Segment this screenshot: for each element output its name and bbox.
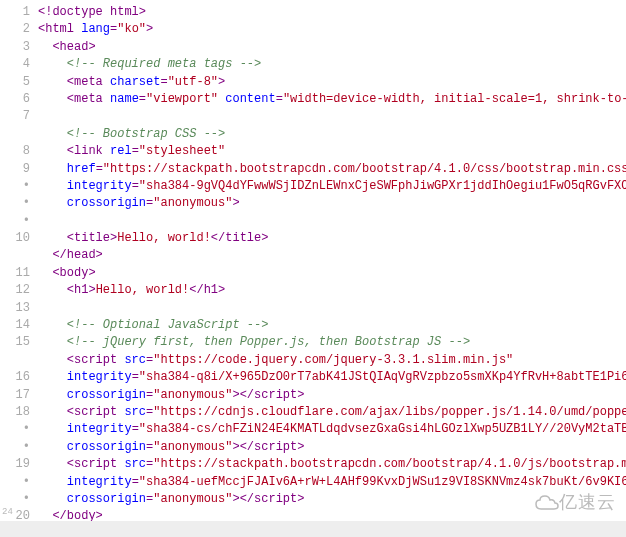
line-number: • xyxy=(0,421,30,438)
code-line: <!-- jQuery first, then Popper.js, then … xyxy=(38,334,626,351)
line-number: 11 xyxy=(0,265,30,282)
line-number xyxy=(0,247,30,264)
code-line: <body> xyxy=(38,265,626,282)
code-line xyxy=(38,108,626,125)
code-line: integrity="sha384-cs/chFZiN24E4KMATLdqdv… xyxy=(38,421,626,438)
code-line: <head> xyxy=(38,39,626,56)
code-line: <script src="https://cdnjs.cloudflare.co… xyxy=(38,404,626,421)
status-bar xyxy=(0,521,626,537)
line-number: 2 xyxy=(0,21,30,38)
code-area: <!doctype html><html lang="ko"> <head> <… xyxy=(38,4,626,537)
line-number: 17 xyxy=(0,387,30,404)
code-line: href="https://stackpath.bootstrapcdn.com… xyxy=(38,161,626,178)
code-line xyxy=(38,213,626,230)
code-line xyxy=(38,300,626,317)
cloud-icon xyxy=(535,493,559,513)
line-number: • xyxy=(0,213,30,230)
line-number: 5 xyxy=(0,74,30,91)
watermark-text: 亿速云 xyxy=(559,492,616,512)
line-number: 10 xyxy=(0,230,30,247)
line-number: 8 xyxy=(0,143,30,160)
code-line: integrity="sha384-9gVQ4dYFwwWSjIDZnLEWnx… xyxy=(38,178,626,195)
code-line: <html lang="ko"> xyxy=(38,21,626,38)
line-number: 14 xyxy=(0,317,30,334)
line-number: 9 xyxy=(0,161,30,178)
line-number: 16 xyxy=(0,369,30,386)
code-line: crossorigin="anonymous"></script> xyxy=(38,439,626,456)
watermark: 亿速云 xyxy=(535,489,616,515)
code-line: </head> xyxy=(38,247,626,264)
line-number: 1 xyxy=(0,4,30,21)
code-line: <meta charset="utf-8"> xyxy=(38,74,626,91)
code-line: <link rel="stylesheet" xyxy=(38,143,626,160)
line-number: 19 xyxy=(0,456,30,473)
line-number xyxy=(0,126,30,143)
line-number xyxy=(0,352,30,369)
extra-line-number: 24 xyxy=(2,506,13,519)
code-line: <h1>Hello, world!</h1> xyxy=(38,282,626,299)
code-line: <!-- Bootstrap CSS --> xyxy=(38,126,626,143)
code-line: crossorigin="anonymous"></script> xyxy=(38,387,626,404)
line-number: • xyxy=(0,474,30,491)
code-line: <!-- Required meta tags --> xyxy=(38,56,626,73)
code-line: crossorigin="anonymous"> xyxy=(38,195,626,212)
code-line: <!doctype html> xyxy=(38,4,626,21)
line-number: 13 xyxy=(0,300,30,317)
line-number: 18 xyxy=(0,404,30,421)
line-number: 6 xyxy=(0,91,30,108)
code-line: <meta name="viewport" content="width=dev… xyxy=(38,91,626,108)
code-line: <title>Hello, world!</title> xyxy=(38,230,626,247)
code-editor: 123456789•••101112131415161718••19••20••… xyxy=(0,0,626,537)
code-line: <script src="https://code.jquery.com/jqu… xyxy=(38,352,626,369)
line-number: 15 xyxy=(0,334,30,351)
line-number-gutter: 123456789•••101112131415161718••19••20••… xyxy=(0,4,38,537)
line-number: • xyxy=(0,178,30,195)
line-number: 12 xyxy=(0,282,30,299)
line-number: • xyxy=(0,195,30,212)
code-line: integrity="sha384-q8i/X+965DzO0rT7abK41J… xyxy=(38,369,626,386)
code-line: <!-- Optional JavaScript --> xyxy=(38,317,626,334)
line-number: 4 xyxy=(0,56,30,73)
line-number: 7 xyxy=(0,108,30,125)
line-number: • xyxy=(0,439,30,456)
code-line: <script src="https://stackpath.bootstrap… xyxy=(38,456,626,473)
line-number: 3 xyxy=(0,39,30,56)
